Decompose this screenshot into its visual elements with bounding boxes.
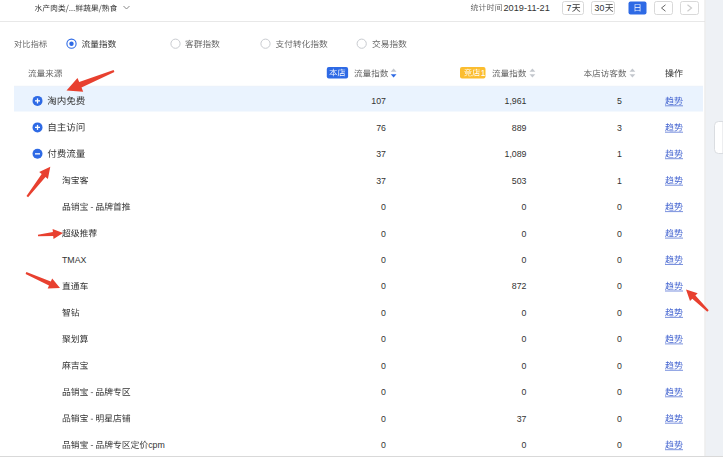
svg-text:1,961: 1,961	[504, 96, 526, 106]
svg-text:0: 0	[617, 229, 622, 239]
svg-text:0: 0	[617, 440, 622, 450]
svg-text:872: 872	[512, 281, 527, 291]
svg-text:37: 37	[376, 149, 386, 159]
svg-text:0: 0	[617, 281, 622, 291]
svg-text:0: 0	[617, 202, 622, 212]
svg-text:3: 3	[617, 123, 622, 133]
svg-text:0: 0	[617, 414, 622, 424]
svg-text:0: 0	[381, 414, 386, 424]
svg-text:1: 1	[617, 149, 622, 159]
svg-text:1: 1	[617, 176, 622, 186]
svg-text:cpm: cpm	[148, 440, 165, 450]
svg-text:889: 889	[512, 123, 527, 133]
svg-text:0: 0	[522, 308, 527, 318]
svg-text:37: 37	[376, 176, 386, 186]
svg-text:76: 76	[376, 123, 386, 133]
svg-text:0: 0	[381, 334, 386, 344]
svg-text:0: 0	[617, 308, 622, 318]
svg-text:0: 0	[381, 308, 386, 318]
svg-text:0: 0	[381, 387, 386, 397]
svg-text:0: 0	[381, 281, 386, 291]
svg-text:0: 0	[381, 202, 386, 212]
svg-text:37: 37	[517, 414, 527, 424]
svg-text:5: 5	[617, 96, 622, 106]
svg-text:1: 1	[481, 68, 486, 78]
svg-text:0: 0	[522, 387, 527, 397]
svg-text:0: 0	[617, 334, 622, 344]
svg-text:30: 30	[595, 3, 605, 13]
svg-text:0: 0	[522, 255, 527, 265]
svg-text:0: 0	[522, 229, 527, 239]
svg-text:0: 0	[381, 440, 386, 450]
svg-text:2019-11-21: 2019-11-21	[504, 3, 550, 13]
svg-text:0: 0	[381, 229, 386, 239]
svg-text:0: 0	[522, 440, 527, 450]
svg-text:0: 0	[617, 361, 622, 371]
svg-text:0: 0	[381, 255, 386, 265]
svg-text:0: 0	[522, 361, 527, 371]
svg-text:7: 7	[567, 3, 572, 13]
svg-text:0: 0	[522, 202, 527, 212]
svg-text:0: 0	[381, 361, 386, 371]
svg-text:0: 0	[617, 387, 622, 397]
svg-text:503: 503	[512, 176, 527, 186]
svg-text:1,089: 1,089	[504, 149, 526, 159]
svg-text:TMAX: TMAX	[62, 255, 87, 265]
svg-text:0: 0	[522, 334, 527, 344]
svg-text:0: 0	[617, 255, 622, 265]
svg-text:107: 107	[371, 96, 386, 106]
